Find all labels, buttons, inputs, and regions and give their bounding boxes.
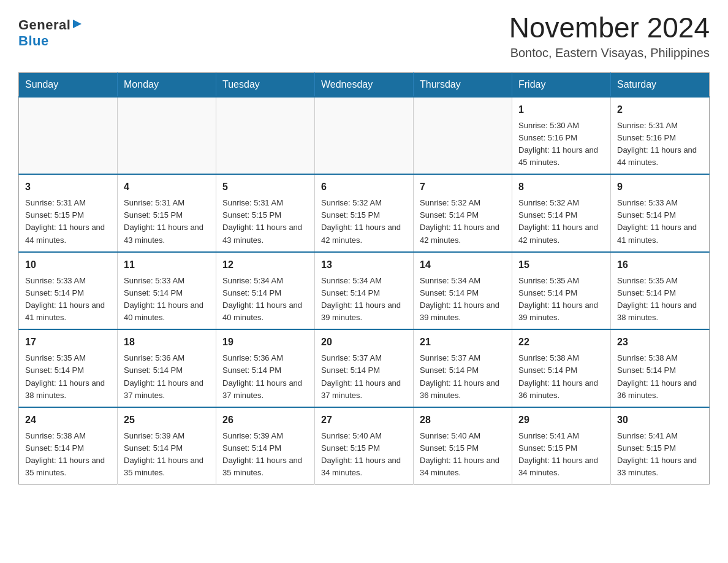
weekday-header-tuesday: Tuesday bbox=[216, 72, 315, 97]
day-number: 8 bbox=[518, 180, 604, 194]
day-info: Sunrise: 5:41 AMSunset: 5:15 PMDaylight:… bbox=[518, 430, 604, 480]
calendar-cell: 18Sunrise: 5:36 AMSunset: 5:14 PMDayligh… bbox=[118, 329, 216, 407]
day-info: Sunrise: 5:38 AMSunset: 5:14 PMDaylight:… bbox=[518, 352, 604, 402]
day-info: Sunrise: 5:35 AMSunset: 5:14 PMDaylight:… bbox=[617, 275, 703, 324]
weekday-header-friday: Friday bbox=[512, 72, 611, 97]
day-number: 24 bbox=[25, 413, 111, 427]
day-info: Sunrise: 5:33 AMSunset: 5:14 PMDaylight:… bbox=[124, 275, 210, 324]
day-number: 18 bbox=[124, 335, 210, 350]
logo-blue: Blue bbox=[18, 33, 49, 48]
calendar-cell: 24Sunrise: 5:38 AMSunset: 5:14 PMDayligh… bbox=[19, 407, 118, 484]
calendar-week-row: 3Sunrise: 5:31 AMSunset: 5:15 PMDaylight… bbox=[19, 174, 710, 252]
day-info: Sunrise: 5:36 AMSunset: 5:14 PMDaylight:… bbox=[222, 352, 308, 402]
day-info: Sunrise: 5:34 AMSunset: 5:14 PMDaylight:… bbox=[222, 275, 308, 324]
day-number: 9 bbox=[617, 180, 703, 194]
calendar-cell: 20Sunrise: 5:37 AMSunset: 5:14 PMDayligh… bbox=[315, 329, 414, 407]
calendar-cell: 19Sunrise: 5:36 AMSunset: 5:14 PMDayligh… bbox=[216, 329, 315, 407]
day-info: Sunrise: 5:32 AMSunset: 5:15 PMDaylight:… bbox=[321, 197, 407, 247]
day-info: Sunrise: 5:41 AMSunset: 5:15 PMDaylight:… bbox=[617, 430, 703, 480]
weekday-header-saturday: Saturday bbox=[611, 72, 710, 97]
calendar-cell: 30Sunrise: 5:41 AMSunset: 5:15 PMDayligh… bbox=[611, 407, 710, 484]
svg-marker-0 bbox=[73, 20, 82, 28]
day-info: Sunrise: 5:30 AMSunset: 5:16 PMDaylight:… bbox=[518, 120, 604, 169]
calendar-cell bbox=[19, 97, 118, 175]
weekday-header-monday: Monday bbox=[118, 72, 216, 97]
calendar-cell: 25Sunrise: 5:39 AMSunset: 5:14 PMDayligh… bbox=[118, 407, 216, 484]
day-number: 16 bbox=[617, 258, 703, 272]
month-title: November 2024 bbox=[509, 12, 710, 44]
day-info: Sunrise: 5:32 AMSunset: 5:14 PMDaylight:… bbox=[518, 197, 604, 247]
calendar-cell: 13Sunrise: 5:34 AMSunset: 5:14 PMDayligh… bbox=[315, 252, 414, 330]
calendar-table: SundayMondayTuesdayWednesdayThursdayFrid… bbox=[18, 72, 710, 485]
calendar-cell: 26Sunrise: 5:39 AMSunset: 5:14 PMDayligh… bbox=[216, 407, 315, 484]
calendar-cell: 15Sunrise: 5:35 AMSunset: 5:14 PMDayligh… bbox=[512, 252, 611, 330]
day-info: Sunrise: 5:37 AMSunset: 5:14 PMDaylight:… bbox=[420, 352, 506, 402]
calendar-cell bbox=[216, 97, 315, 175]
day-number: 19 bbox=[222, 335, 308, 350]
day-number: 27 bbox=[321, 413, 407, 427]
day-info: Sunrise: 5:32 AMSunset: 5:14 PMDaylight:… bbox=[420, 197, 506, 247]
calendar-cell: 27Sunrise: 5:40 AMSunset: 5:15 PMDayligh… bbox=[315, 407, 414, 484]
day-info: Sunrise: 5:31 AMSunset: 5:16 PMDaylight:… bbox=[617, 120, 703, 169]
calendar-week-row: 10Sunrise: 5:33 AMSunset: 5:14 PMDayligh… bbox=[19, 252, 710, 330]
day-number: 3 bbox=[25, 180, 111, 194]
day-number: 5 bbox=[222, 180, 308, 194]
day-info: Sunrise: 5:34 AMSunset: 5:14 PMDaylight:… bbox=[420, 275, 506, 324]
calendar-cell: 11Sunrise: 5:33 AMSunset: 5:14 PMDayligh… bbox=[118, 252, 216, 330]
weekday-header-wednesday: Wednesday bbox=[315, 72, 414, 97]
day-info: Sunrise: 5:35 AMSunset: 5:14 PMDaylight:… bbox=[25, 352, 111, 402]
calendar-cell: 8Sunrise: 5:32 AMSunset: 5:14 PMDaylight… bbox=[512, 174, 611, 252]
title-area: November 2024 Bontoc, Eastern Visayas, P… bbox=[509, 12, 710, 60]
calendar-cell bbox=[315, 97, 414, 175]
calendar-cell: 12Sunrise: 5:34 AMSunset: 5:14 PMDayligh… bbox=[216, 252, 315, 330]
day-info: Sunrise: 5:34 AMSunset: 5:14 PMDaylight:… bbox=[321, 275, 407, 324]
calendar-cell: 2Sunrise: 5:31 AMSunset: 5:16 PMDaylight… bbox=[611, 97, 710, 175]
calendar-cell bbox=[118, 97, 216, 175]
calendar-cell: 21Sunrise: 5:37 AMSunset: 5:14 PMDayligh… bbox=[414, 329, 512, 407]
day-info: Sunrise: 5:38 AMSunset: 5:14 PMDaylight:… bbox=[617, 352, 703, 402]
day-info: Sunrise: 5:36 AMSunset: 5:14 PMDaylight:… bbox=[124, 352, 210, 402]
day-number: 17 bbox=[25, 335, 111, 350]
location-title: Bontoc, Eastern Visayas, Philippines bbox=[509, 46, 710, 60]
calendar-cell: 23Sunrise: 5:38 AMSunset: 5:14 PMDayligh… bbox=[611, 329, 710, 407]
day-info: Sunrise: 5:35 AMSunset: 5:14 PMDaylight:… bbox=[518, 275, 604, 324]
day-number: 28 bbox=[420, 413, 506, 427]
calendar-cell: 3Sunrise: 5:31 AMSunset: 5:15 PMDaylight… bbox=[19, 174, 118, 252]
day-number: 1 bbox=[518, 102, 604, 117]
day-number: 26 bbox=[222, 413, 308, 427]
day-info: Sunrise: 5:31 AMSunset: 5:15 PMDaylight:… bbox=[222, 197, 308, 247]
day-number: 20 bbox=[321, 335, 407, 350]
day-number: 30 bbox=[617, 413, 703, 427]
day-number: 10 bbox=[25, 258, 111, 272]
weekday-header-sunday: Sunday bbox=[19, 72, 118, 97]
day-info: Sunrise: 5:33 AMSunset: 5:14 PMDaylight:… bbox=[25, 275, 111, 324]
day-number: 15 bbox=[518, 258, 604, 272]
day-info: Sunrise: 5:37 AMSunset: 5:14 PMDaylight:… bbox=[321, 352, 407, 402]
day-number: 22 bbox=[518, 335, 604, 350]
calendar-cell: 1Sunrise: 5:30 AMSunset: 5:16 PMDaylight… bbox=[512, 97, 611, 175]
calendar-cell: 4Sunrise: 5:31 AMSunset: 5:15 PMDaylight… bbox=[118, 174, 216, 252]
day-number: 13 bbox=[321, 258, 407, 272]
logo-general: General bbox=[18, 17, 70, 33]
calendar-cell: 10Sunrise: 5:33 AMSunset: 5:14 PMDayligh… bbox=[19, 252, 118, 330]
day-info: Sunrise: 5:39 AMSunset: 5:14 PMDaylight:… bbox=[222, 430, 308, 480]
calendar-week-row: 17Sunrise: 5:35 AMSunset: 5:14 PMDayligh… bbox=[19, 329, 710, 407]
day-number: 23 bbox=[617, 335, 703, 350]
day-info: Sunrise: 5:38 AMSunset: 5:14 PMDaylight:… bbox=[25, 430, 111, 480]
day-number: 12 bbox=[222, 258, 308, 272]
logo-arrow-icon bbox=[72, 18, 83, 29]
day-info: Sunrise: 5:31 AMSunset: 5:15 PMDaylight:… bbox=[124, 197, 210, 247]
day-info: Sunrise: 5:39 AMSunset: 5:14 PMDaylight:… bbox=[124, 430, 210, 480]
calendar-cell: 14Sunrise: 5:34 AMSunset: 5:14 PMDayligh… bbox=[414, 252, 512, 330]
calendar-header-row: SundayMondayTuesdayWednesdayThursdayFrid… bbox=[19, 72, 710, 97]
day-info: Sunrise: 5:31 AMSunset: 5:15 PMDaylight:… bbox=[25, 197, 111, 247]
day-number: 29 bbox=[518, 413, 604, 427]
calendar-week-row: 24Sunrise: 5:38 AMSunset: 5:14 PMDayligh… bbox=[19, 407, 710, 484]
day-info: Sunrise: 5:40 AMSunset: 5:15 PMDaylight:… bbox=[321, 430, 407, 480]
calendar-cell: 16Sunrise: 5:35 AMSunset: 5:14 PMDayligh… bbox=[611, 252, 710, 330]
calendar-cell: 6Sunrise: 5:32 AMSunset: 5:15 PMDaylight… bbox=[315, 174, 414, 252]
day-number: 14 bbox=[420, 258, 506, 272]
calendar-cell: 9Sunrise: 5:33 AMSunset: 5:14 PMDaylight… bbox=[611, 174, 710, 252]
day-info: Sunrise: 5:33 AMSunset: 5:14 PMDaylight:… bbox=[617, 197, 703, 247]
calendar-cell: 7Sunrise: 5:32 AMSunset: 5:14 PMDaylight… bbox=[414, 174, 512, 252]
